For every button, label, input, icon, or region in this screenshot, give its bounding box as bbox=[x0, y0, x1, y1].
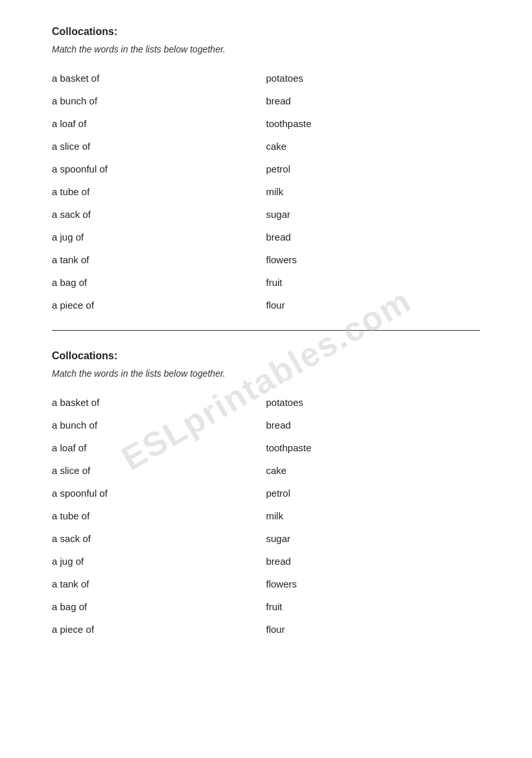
list-item: sugar bbox=[266, 533, 481, 544]
list-item: cake bbox=[266, 465, 481, 476]
list-item: cake bbox=[266, 141, 481, 152]
list-item: sugar bbox=[266, 209, 481, 220]
section-1-instruction: Match the words in the lists below toget… bbox=[52, 44, 480, 54]
list-item: fruit bbox=[266, 277, 481, 288]
list-item: toothpaste bbox=[266, 442, 481, 453]
list-item: potatoes bbox=[266, 397, 481, 408]
list-item: a jug of bbox=[52, 231, 266, 243]
list-item: bread bbox=[266, 95, 481, 106]
section-2-instruction: Match the words in the lists below toget… bbox=[52, 368, 480, 379]
list-item: flowers bbox=[266, 578, 481, 589]
section-2-grid: a basket of potatoes a bunch of bread a … bbox=[52, 397, 480, 635]
list-item: a jug of bbox=[52, 556, 266, 567]
list-item: potatoes bbox=[266, 73, 481, 84]
list-item: a bunch of bbox=[52, 420, 266, 431]
list-item: petrol bbox=[266, 163, 481, 174]
list-item: a piece of bbox=[52, 300, 266, 311]
section-2-title: Collocations: bbox=[52, 350, 480, 362]
list-item: petrol bbox=[266, 488, 481, 499]
list-item: a basket of bbox=[52, 73, 266, 84]
list-item: a loaf of bbox=[52, 442, 266, 453]
list-item: a sack of bbox=[52, 533, 266, 544]
list-item: a bag of bbox=[52, 277, 266, 288]
list-item: a spoonful of bbox=[52, 488, 266, 499]
list-item: a tube of bbox=[52, 186, 266, 197]
section-1-grid: a basket of potatoes a bunch of bread a … bbox=[52, 73, 480, 311]
list-item: fruit bbox=[266, 601, 481, 612]
list-item: a sack of bbox=[52, 209, 266, 220]
list-item: a spoonful of bbox=[52, 163, 266, 174]
list-item: a slice of bbox=[52, 141, 266, 152]
list-item: a tube of bbox=[52, 510, 266, 521]
list-item: milk bbox=[266, 186, 481, 197]
section-1: Collocations: Match the words in the lis… bbox=[52, 26, 480, 311]
list-item: a tank of bbox=[52, 254, 266, 265]
list-item: bread bbox=[266, 231, 481, 243]
list-item: a basket of bbox=[52, 397, 266, 408]
page: ESLprintables.com Collocations: Match th… bbox=[0, 0, 532, 758]
section-2: Collocations: Match the words in the lis… bbox=[52, 350, 480, 635]
list-item: bread bbox=[266, 556, 481, 567]
list-item: a tank of bbox=[52, 578, 266, 589]
list-item: a slice of bbox=[52, 465, 266, 476]
section-divider bbox=[52, 330, 480, 331]
list-item: a bunch of bbox=[52, 95, 266, 106]
list-item: a piece of bbox=[52, 624, 266, 635]
list-item: bread bbox=[266, 420, 481, 431]
list-item: flour bbox=[266, 624, 481, 635]
list-item: flour bbox=[266, 300, 481, 311]
list-item: milk bbox=[266, 510, 481, 521]
section-1-title: Collocations: bbox=[52, 26, 480, 38]
list-item: toothpaste bbox=[266, 118, 481, 129]
list-item: flowers bbox=[266, 254, 481, 265]
list-item: a bag of bbox=[52, 601, 266, 612]
list-item: a loaf of bbox=[52, 118, 266, 129]
